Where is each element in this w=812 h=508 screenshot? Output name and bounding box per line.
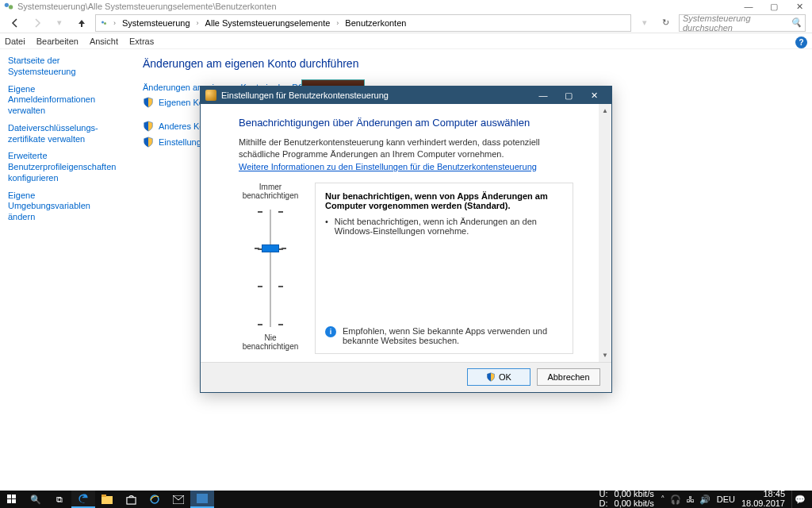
breadcrumb[interactable]: › Systemsteuerung › Alle Systemsteuerung… xyxy=(95,14,631,32)
svg-point-2 xyxy=(102,21,104,23)
tray-chevron-up-icon[interactable]: ˄ xyxy=(661,495,665,505)
ok-button[interactable]: OK xyxy=(467,368,530,386)
svg-rect-5 xyxy=(12,495,16,498)
svg-point-1 xyxy=(9,5,13,9)
uac-title-icon xyxy=(205,90,216,101)
net-values: 0,00 kbit/s0,00 kbit/s xyxy=(615,490,654,508)
minimize-button[interactable]: — xyxy=(736,0,761,13)
taskbar-edge-icon[interactable] xyxy=(71,491,95,508)
uac-dialog: Einstellungen für Benutzerkontensteuerun… xyxy=(200,86,612,393)
sidebar-home[interactable]: Startseite der Systemsteuerung xyxy=(8,56,119,78)
uac-maximize-button[interactable]: ▢ xyxy=(556,87,581,103)
svg-point-3 xyxy=(104,22,106,25)
taskbar-store-icon[interactable] xyxy=(119,491,143,508)
uac-minimize-button[interactable]: — xyxy=(530,87,556,103)
tray-language[interactable]: DEU xyxy=(717,495,735,504)
uac-heading: Benachrichtigungen über Änderungen am Co… xyxy=(239,117,573,129)
svg-rect-10 xyxy=(126,497,135,503)
uac-level-title: Nur benachrichtigen, wenn von Apps Änder… xyxy=(325,191,548,210)
svg-rect-6 xyxy=(7,499,11,503)
net-labels: U:D: xyxy=(599,490,608,508)
menu-bar: Datei Bearbeiten Ansicht Extras xyxy=(0,33,812,49)
breadcrumb-item[interactable]: Benutzerkonten xyxy=(342,18,409,28)
shield-icon xyxy=(143,137,154,148)
refresh-button[interactable]: ↻ xyxy=(657,14,674,32)
info-icon: i xyxy=(325,326,336,337)
recent-dropdown-icon[interactable]: ▾ xyxy=(51,14,68,32)
slider-top-label: Immer benachrichtigen xyxy=(239,183,302,200)
shield-icon xyxy=(143,121,154,132)
scroll-up-icon[interactable]: ▲ xyxy=(599,104,611,117)
uac-title-text: Einstellungen für Benutzerkontensteuerun… xyxy=(221,90,389,100)
svg-rect-13 xyxy=(197,494,208,503)
taskbar-app-icon[interactable] xyxy=(190,491,214,508)
uac-scrollbar[interactable]: ▲ ▼ xyxy=(599,104,611,362)
svg-rect-7 xyxy=(12,499,16,503)
back-button[interactable] xyxy=(6,14,24,32)
breadcrumb-bar: ▾ › Systemsteuerung › Alle Systemsteueru… xyxy=(0,13,812,33)
chevron-right-icon[interactable]: › xyxy=(333,19,342,27)
uac-level-info: Empfohlen, wenn Sie bekannte Apps verwen… xyxy=(343,326,563,345)
tray-volume-icon[interactable]: 🔊 xyxy=(699,495,710,505)
menu-ansicht[interactable]: Ansicht xyxy=(90,37,118,46)
search-icon: 🔍 xyxy=(791,17,802,28)
up-button[interactable] xyxy=(73,14,90,32)
control-panel-icon xyxy=(98,17,110,29)
close-button[interactable]: ✕ xyxy=(787,0,812,13)
task-view-icon[interactable]: ⧉ xyxy=(48,491,71,508)
action-center-icon[interactable]: 💬 xyxy=(791,491,807,508)
sidebar-advanced-profile[interactable]: Erweiterte Benutzerprofileigenschaften k… xyxy=(8,151,119,183)
start-button[interactable] xyxy=(0,491,24,508)
tray-clock[interactable]: 18:4518.09.2017 xyxy=(741,490,785,508)
tray-network-icon[interactable]: 🖧 xyxy=(686,495,695,504)
window-controls: — ▢ ✕ xyxy=(736,0,812,13)
sidebar-credentials[interactable]: Eigene Anmeldeinformationen verwalten xyxy=(8,84,119,117)
forward-button[interactable] xyxy=(29,14,46,32)
uac-close-button[interactable]: ✕ xyxy=(581,87,607,103)
address-dropdown-icon[interactable]: ▾ xyxy=(636,14,653,32)
svg-rect-9 xyxy=(102,495,106,497)
uac-more-info-link[interactable]: Weitere Informationen zu den Einstellung… xyxy=(239,162,537,171)
search-input[interactable]: Systemsteuerung durchsuchen 🔍 xyxy=(679,14,806,32)
bullet-icon: • xyxy=(325,217,328,236)
uac-slider[interactable] xyxy=(258,205,283,332)
menu-datei[interactable]: Datei xyxy=(5,37,25,46)
tray-headset-icon[interactable]: 🎧 xyxy=(670,495,681,505)
uac-description: Mithilfe der Benutzerkontensteuerung kan… xyxy=(239,137,573,160)
maximize-button[interactable]: ▢ xyxy=(761,0,787,13)
control-panel-icon xyxy=(3,1,14,12)
shield-icon xyxy=(486,372,496,382)
system-tray: U:D: 0,00 kbit/s0,00 kbit/s ˄ 🎧 🖧 🔊 DEU … xyxy=(599,490,812,508)
chevron-right-icon[interactable]: › xyxy=(110,19,119,27)
window-title-bar: Systemsteuerung\Alle Systemsteuerungsele… xyxy=(0,0,812,13)
uac-footer: OK Abbrechen xyxy=(201,362,611,392)
sidebar-certificates[interactable]: Dateiverschlüsselungs-zertifikate verwal… xyxy=(8,123,119,145)
help-icon[interactable]: ? xyxy=(795,37,807,48)
slider-thumb[interactable] xyxy=(262,244,279,252)
cancel-button[interactable]: Abbrechen xyxy=(537,368,600,386)
breadcrumb-item[interactable]: Systemsteuerung xyxy=(119,18,193,28)
sidebar-env-vars[interactable]: Eigene Umgebungsvariablen ändern xyxy=(8,190,119,223)
page-title: Änderungen am eigenen Konto durchführen xyxy=(143,57,796,70)
shield-icon xyxy=(143,97,154,108)
window-title: Systemsteuerung\Alle Systemsteuerungsele… xyxy=(17,2,277,11)
menu-extras[interactable]: Extras xyxy=(129,37,154,46)
uac-level-bullet: Nicht benachrichtigen, wenn ich Änderung… xyxy=(335,217,563,236)
sidebar: Startseite der Systemsteuerung Eigene An… xyxy=(0,49,127,491)
taskbar-mail-icon[interactable] xyxy=(167,491,190,508)
svg-rect-4 xyxy=(7,495,11,498)
search-icon[interactable]: 🔍 xyxy=(24,491,48,508)
uac-title-bar[interactable]: Einstellungen für Benutzerkontensteuerun… xyxy=(201,87,611,104)
scroll-down-icon[interactable]: ▼ xyxy=(599,349,611,362)
svg-point-0 xyxy=(5,3,9,7)
menu-bearbeiten[interactable]: Bearbeiten xyxy=(36,37,79,46)
svg-rect-8 xyxy=(102,496,113,504)
taskbar-ie-icon[interactable] xyxy=(143,491,167,508)
breadcrumb-item[interactable]: Alle Systemsteuerungselemente xyxy=(202,18,334,28)
taskbar-explorer-icon[interactable] xyxy=(95,491,119,508)
uac-level-description: Nur benachrichtigen, wenn von Apps Änder… xyxy=(315,183,573,354)
search-placeholder: Systemsteuerung durchsuchen xyxy=(683,13,791,33)
slider-bottom-label: Nie benachrichtigen xyxy=(239,333,302,351)
chevron-right-icon[interactable]: › xyxy=(193,19,202,27)
taskbar: 🔍 ⧉ U:D: 0,00 kbit/s0,00 kbit/s ˄ 🎧 🖧 🔊 … xyxy=(0,491,812,508)
